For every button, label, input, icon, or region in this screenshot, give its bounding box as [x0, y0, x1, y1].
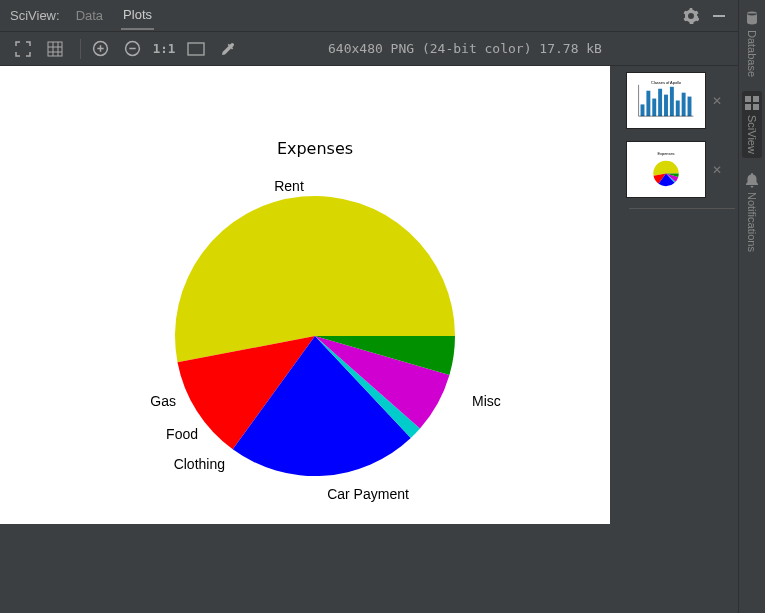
svg-rect-12	[676, 101, 680, 117]
zoom-in-icon[interactable]	[87, 36, 113, 62]
pie-label: Clothing	[174, 456, 225, 472]
thumbnails-separator	[629, 208, 735, 209]
svg-rect-13	[682, 93, 686, 117]
pie-label: Misc	[472, 393, 501, 409]
tab-data[interactable]: Data	[74, 2, 105, 29]
rail-label: Database	[746, 30, 758, 77]
svg-rect-21	[745, 104, 751, 110]
rail-label: SciView	[746, 115, 758, 154]
grid-icon[interactable]	[42, 36, 68, 62]
database-icon	[744, 10, 760, 26]
close-icon[interactable]: ✕	[712, 163, 722, 177]
svg-rect-1	[48, 42, 62, 56]
thumbnail-pie-chart[interactable]: Expenses	[626, 141, 706, 198]
actual-size-button[interactable]: 1:1	[151, 36, 177, 62]
svg-rect-22	[753, 104, 759, 110]
svg-rect-4	[188, 43, 204, 55]
svg-rect-7	[646, 91, 650, 116]
svg-rect-0	[713, 15, 725, 17]
color-picker-icon[interactable]	[215, 36, 241, 62]
fit-screen-icon[interactable]	[10, 36, 36, 62]
thumbnails-column: Classes of Apollo	[626, 66, 738, 613]
image-status-text: 640x480 PNG (24-bit color) 17.78 kB	[328, 41, 602, 56]
svg-rect-10	[664, 95, 668, 117]
right-tool-rail: Database SciView Notifications	[738, 0, 765, 613]
rail-database[interactable]: Database	[742, 6, 762, 81]
minimize-icon[interactable]	[710, 7, 728, 25]
svg-rect-9	[658, 89, 662, 116]
tab-plots[interactable]: Plots	[121, 1, 154, 30]
svg-rect-20	[753, 96, 759, 102]
svg-rect-6	[641, 104, 645, 116]
plot-canvas[interactable]: ExpensesRentMiscCar PaymentClothingFoodG…	[0, 66, 610, 524]
pie-label: Car Payment	[327, 486, 409, 502]
chart-title: Expenses	[277, 139, 353, 158]
pie-label: Gas	[150, 393, 176, 409]
rail-label: Notifications	[746, 192, 758, 252]
thumbnail-bar-chart[interactable]: Classes of Apollo	[626, 72, 706, 129]
plot-area: ExpensesRentMiscCar PaymentClothingFoodG…	[0, 66, 738, 613]
pie-label: Rent	[274, 178, 304, 194]
svg-rect-14	[688, 97, 692, 117]
fit-window-icon[interactable]	[183, 36, 209, 62]
close-icon[interactable]: ✕	[712, 94, 722, 108]
panel-title: SciView:	[10, 8, 60, 23]
pie-label: Food	[166, 426, 198, 442]
rail-notifications[interactable]: Notifications	[742, 168, 762, 256]
bell-icon	[744, 172, 760, 188]
rail-sciview[interactable]: SciView	[742, 91, 762, 158]
thumbnail-row: Classes of Apollo	[626, 66, 738, 135]
sciview-icon	[744, 95, 760, 111]
thumbnail-row: Expenses ✕	[626, 135, 738, 204]
zoom-out-icon[interactable]	[119, 36, 145, 62]
svg-rect-11	[670, 87, 674, 116]
svg-rect-19	[745, 96, 751, 102]
main-panel: SciView: Data Plots	[0, 0, 738, 613]
header-bar: SciView: Data Plots	[0, 0, 738, 32]
svg-rect-8	[652, 99, 656, 117]
svg-text:Classes of Apollo: Classes of Apollo	[651, 80, 682, 85]
gear-icon[interactable]	[682, 7, 700, 25]
toolbar: 1:1 640x480 PNG (24-bit color) 17.78 kB	[0, 32, 738, 66]
svg-text:Expenses: Expenses	[657, 151, 674, 156]
